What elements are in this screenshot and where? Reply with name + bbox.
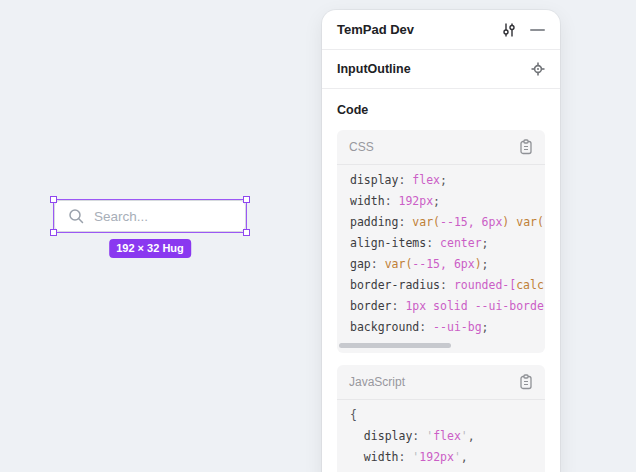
locate-icon[interactable]: [531, 62, 545, 76]
css-block-header: CSS: [337, 130, 545, 165]
css-code: display: flex;width: 192px;padding: var(…: [337, 165, 545, 340]
selected-node-name: InputOutline: [337, 62, 531, 76]
horizontal-scrollbar[interactable]: [339, 343, 451, 348]
js-code-block: JavaScript { display: 'flex', width: '19…: [337, 365, 545, 472]
code-section-title: Code: [337, 103, 545, 117]
panel-body: Code CSS display: flex;width: 192px;padd…: [322, 89, 560, 472]
js-block-header: JavaScript: [337, 365, 545, 400]
search-placeholder: Search...: [94, 209, 148, 224]
panel-title: TemPad Dev: [337, 22, 501, 37]
css-code-block: CSS display: flex;width: 192px;padding: …: [337, 130, 545, 353]
js-code: { display: 'flex', width: '192px', paddi…: [337, 400, 545, 472]
copy-icon[interactable]: [519, 374, 533, 390]
js-block-label: JavaScript: [349, 375, 519, 389]
tempad-dev-panel: TemPad Dev InputOutline: [322, 10, 560, 472]
panel-header: TemPad Dev: [322, 10, 560, 50]
minimize-icon[interactable]: [530, 22, 545, 38]
search-icon: [68, 208, 85, 225]
selected-node-row: InputOutline: [322, 50, 560, 89]
size-badge: 192 × 32 Hug: [109, 239, 191, 258]
copy-icon[interactable]: [519, 139, 533, 155]
search-input-component[interactable]: Search...: [54, 200, 246, 232]
sliders-icon[interactable]: [501, 22, 517, 38]
css-block-label: CSS: [349, 140, 519, 154]
